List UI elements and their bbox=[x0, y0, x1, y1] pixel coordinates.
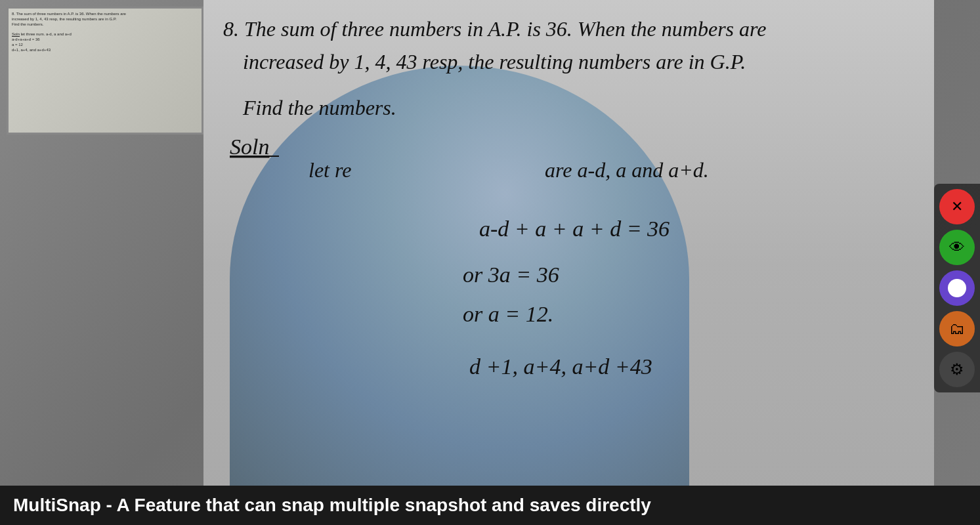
circle-button[interactable] bbox=[939, 270, 975, 306]
gear-icon: ⚙ bbox=[950, 360, 964, 379]
caption-text: MultiSnap - A Feature that can snap mult… bbox=[13, 495, 651, 515]
thumbnail: 8. The sum of three numbers in A.P. is 3… bbox=[7, 7, 203, 135]
thumbnail-person bbox=[136, 15, 188, 120]
folder-icon: 🗂 bbox=[949, 320, 965, 338]
settings-button[interactable]: ⚙ bbox=[939, 352, 975, 387]
circle-icon bbox=[948, 279, 966, 297]
folder-button[interactable]: 🗂 bbox=[939, 311, 975, 346]
close-button[interactable]: ✕ bbox=[939, 189, 975, 224]
caption-bar: MultiSnap - A Feature that can snap mult… bbox=[0, 486, 980, 525]
close-icon: ✕ bbox=[951, 198, 963, 215]
eye-button[interactable]: 👁 bbox=[939, 230, 975, 265]
thumbnail-text: 8. The sum of three numbers in A.P. is 3… bbox=[12, 12, 126, 52]
thumbnail-inner: 8. The sum of three numbers in A.P. is 3… bbox=[9, 9, 202, 133]
main-video-container: 8. The sum of three numbers in A.P. is 3… bbox=[0, 0, 980, 525]
teacher-silhouette bbox=[230, 66, 689, 492]
eye-icon: 👁 bbox=[949, 238, 965, 257]
toolbar: ✕ 👁 🗂 ⚙ bbox=[934, 184, 980, 392]
